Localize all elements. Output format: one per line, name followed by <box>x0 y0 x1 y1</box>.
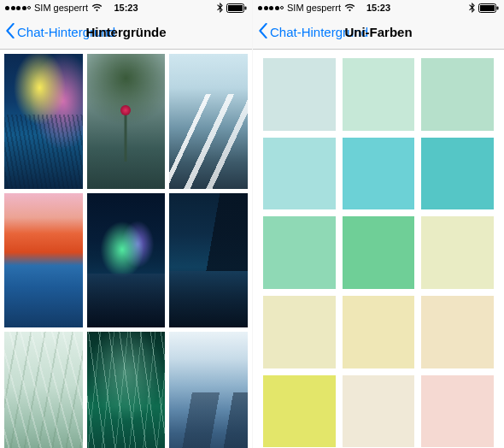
screen-wallpapers: SIM gesperrt 15:23 Chat-Hinterg <box>0 0 252 448</box>
color-swatch[interactable] <box>343 138 415 210</box>
svg-rect-2 <box>245 6 247 9</box>
wallpaper-thumb[interactable] <box>87 54 166 189</box>
color-swatch[interactable] <box>343 216 415 289</box>
battery-icon <box>226 3 247 13</box>
color-swatch[interactable] <box>421 138 494 210</box>
color-swatch[interactable] <box>421 216 494 289</box>
wallpaper-thumb[interactable] <box>169 332 248 448</box>
back-label: Chat-Hintergrund <box>17 25 115 39</box>
color-swatch[interactable] <box>263 296 336 368</box>
back-label: Chat-Hintergrund <box>270 25 368 39</box>
color-swatch[interactable] <box>263 58 336 131</box>
color-swatch[interactable] <box>263 216 336 289</box>
color-swatch[interactable] <box>343 58 415 131</box>
battery-icon <box>478 3 499 13</box>
wallpaper-thumb[interactable] <box>169 193 248 328</box>
wallpaper-thumb[interactable] <box>87 193 166 328</box>
bluetooth-icon <box>217 3 223 13</box>
bluetooth-icon <box>469 3 475 13</box>
chevron-left-icon <box>5 23 15 41</box>
color-grid[interactable] <box>253 50 504 448</box>
screen-solid-colors: SIM gesperrt 15:23 Chat-Hinterg <box>252 0 504 448</box>
color-swatch[interactable] <box>421 296 494 368</box>
wallpaper-thumb[interactable] <box>4 332 83 448</box>
chevron-left-icon <box>258 23 268 41</box>
status-bar: SIM gesperrt 15:23 <box>0 0 252 15</box>
color-swatch[interactable] <box>263 375 336 448</box>
color-swatch[interactable] <box>343 375 415 448</box>
color-swatch[interactable] <box>343 296 415 368</box>
back-button[interactable]: Chat-Hintergrund <box>5 23 115 41</box>
svg-rect-4 <box>480 5 495 11</box>
signal-dots-icon <box>5 6 31 10</box>
carrier-label: SIM gesperrt <box>287 3 341 13</box>
color-swatch[interactable] <box>421 58 494 131</box>
status-bar: SIM gesperrt 15:23 <box>253 0 504 15</box>
wallpaper-thumb[interactable] <box>169 54 248 189</box>
color-swatch[interactable] <box>421 375 494 448</box>
color-swatch[interactable] <box>263 138 336 210</box>
nav-bar: Chat-Hintergrund Uni-Farben <box>253 15 504 50</box>
wallpaper-grid[interactable] <box>0 50 252 448</box>
wallpaper-thumb[interactable] <box>4 193 83 328</box>
signal-dots-icon <box>258 6 284 10</box>
svg-rect-5 <box>497 6 499 9</box>
wallpaper-thumb[interactable] <box>87 332 166 448</box>
back-button[interactable]: Chat-Hintergrund <box>258 23 368 41</box>
nav-bar: Chat-Hintergrund Hintergründe <box>0 15 252 50</box>
carrier-label: SIM gesperrt <box>34 3 88 13</box>
wallpaper-thumb[interactable] <box>4 54 83 189</box>
svg-rect-1 <box>228 5 243 11</box>
wifi-icon <box>91 3 103 12</box>
wifi-icon <box>344 3 355 12</box>
